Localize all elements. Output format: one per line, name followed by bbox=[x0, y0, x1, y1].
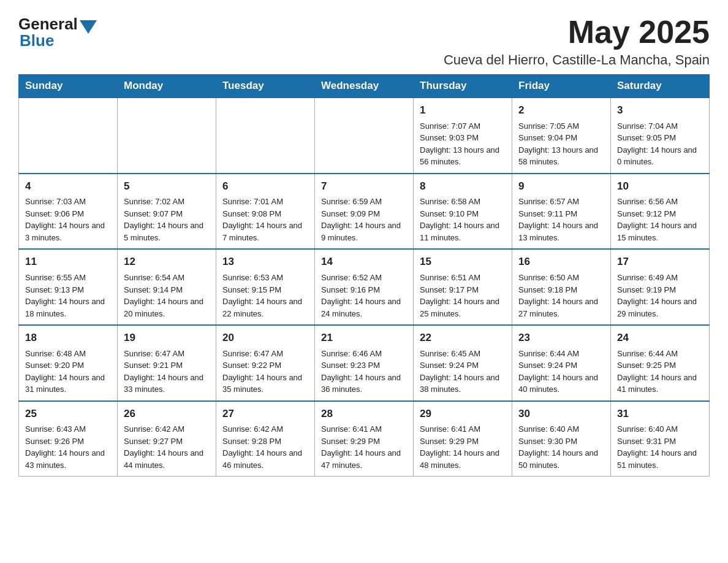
calendar-cell bbox=[315, 98, 414, 174]
day-number: 31 bbox=[617, 407, 703, 422]
day-info: Sunrise: 6:49 AM Sunset: 9:19 PM Dayligh… bbox=[617, 272, 703, 320]
weekday-header-monday: Monday bbox=[118, 75, 216, 98]
day-number: 18 bbox=[25, 331, 111, 346]
day-number: 13 bbox=[222, 255, 308, 270]
day-info: Sunrise: 6:47 AM Sunset: 9:22 PM Dayligh… bbox=[222, 348, 308, 396]
day-number: 21 bbox=[321, 331, 407, 346]
calendar-cell: 16Sunrise: 6:50 AM Sunset: 9:18 PM Dayli… bbox=[512, 249, 611, 325]
calendar-cell: 19Sunrise: 6:47 AM Sunset: 9:21 PM Dayli… bbox=[118, 325, 216, 401]
day-info: Sunrise: 7:03 AM Sunset: 9:06 PM Dayligh… bbox=[25, 196, 111, 243]
calendar-cell: 3Sunrise: 7:04 AM Sunset: 9:05 PM Daylig… bbox=[611, 98, 710, 174]
calendar-week-3: 11Sunrise: 6:55 AM Sunset: 9:13 PM Dayli… bbox=[19, 249, 710, 325]
calendar-cell: 5Sunrise: 7:02 AM Sunset: 9:07 PM Daylig… bbox=[118, 174, 216, 250]
calendar-cell bbox=[216, 98, 315, 174]
calendar-cell: 28Sunrise: 6:41 AM Sunset: 9:29 PM Dayli… bbox=[315, 401, 414, 477]
day-number: 22 bbox=[420, 331, 506, 346]
calendar-cell: 18Sunrise: 6:48 AM Sunset: 9:20 PM Dayli… bbox=[19, 325, 118, 401]
calendar-header-row: SundayMondayTuesdayWednesdayThursdayFrid… bbox=[19, 75, 710, 98]
weekday-header-saturday: Saturday bbox=[611, 75, 710, 98]
calendar-cell: 29Sunrise: 6:41 AM Sunset: 9:29 PM Dayli… bbox=[414, 401, 512, 477]
calendar-cell: 2Sunrise: 7:05 AM Sunset: 9:04 PM Daylig… bbox=[512, 98, 611, 174]
day-number: 24 bbox=[617, 331, 703, 346]
day-number: 14 bbox=[321, 255, 407, 270]
day-info: Sunrise: 6:54 AM Sunset: 9:14 PM Dayligh… bbox=[124, 272, 210, 320]
day-info: Sunrise: 6:52 AM Sunset: 9:16 PM Dayligh… bbox=[321, 272, 407, 320]
weekday-header-thursday: Thursday bbox=[414, 75, 512, 98]
month-year-title: May 2025 bbox=[444, 15, 710, 50]
day-info: Sunrise: 6:44 AM Sunset: 9:24 PM Dayligh… bbox=[518, 348, 604, 396]
day-number: 7 bbox=[321, 179, 407, 194]
day-number: 30 bbox=[518, 407, 604, 422]
calendar-week-4: 18Sunrise: 6:48 AM Sunset: 9:20 PM Dayli… bbox=[19, 325, 710, 401]
day-number: 2 bbox=[518, 103, 604, 118]
calendar-cell: 25Sunrise: 6:43 AM Sunset: 9:26 PM Dayli… bbox=[19, 401, 118, 477]
calendar-cell: 15Sunrise: 6:51 AM Sunset: 9:17 PM Dayli… bbox=[414, 249, 512, 325]
calendar-cell: 13Sunrise: 6:53 AM Sunset: 9:15 PM Dayli… bbox=[216, 249, 315, 325]
calendar-cell: 21Sunrise: 6:46 AM Sunset: 9:23 PM Dayli… bbox=[315, 325, 414, 401]
day-number: 26 bbox=[124, 407, 210, 422]
calendar-cell: 30Sunrise: 6:40 AM Sunset: 9:30 PM Dayli… bbox=[512, 401, 611, 477]
day-info: Sunrise: 6:56 AM Sunset: 9:12 PM Dayligh… bbox=[617, 196, 703, 243]
day-number: 20 bbox=[222, 331, 308, 346]
day-number: 3 bbox=[617, 103, 703, 118]
day-number: 4 bbox=[25, 179, 111, 194]
calendar-cell bbox=[19, 98, 118, 174]
calendar-cell: 12Sunrise: 6:54 AM Sunset: 9:14 PM Dayli… bbox=[118, 249, 216, 325]
day-number: 28 bbox=[321, 407, 407, 422]
calendar-cell: 14Sunrise: 6:52 AM Sunset: 9:16 PM Dayli… bbox=[315, 249, 414, 325]
logo-triangle-icon bbox=[80, 20, 97, 34]
day-info: Sunrise: 6:51 AM Sunset: 9:17 PM Dayligh… bbox=[420, 272, 506, 320]
day-number: 17 bbox=[617, 255, 703, 270]
calendar-cell: 6Sunrise: 7:01 AM Sunset: 9:08 PM Daylig… bbox=[216, 174, 315, 250]
day-number: 25 bbox=[25, 407, 111, 422]
title-area: May 2025 Cueva del Hierro, Castille-La M… bbox=[444, 15, 710, 68]
day-info: Sunrise: 6:40 AM Sunset: 9:30 PM Dayligh… bbox=[518, 423, 604, 471]
day-number: 23 bbox=[518, 331, 604, 346]
day-info: Sunrise: 6:41 AM Sunset: 9:29 PM Dayligh… bbox=[321, 423, 407, 471]
weekday-header-sunday: Sunday bbox=[19, 75, 118, 98]
calendar-cell: 22Sunrise: 6:45 AM Sunset: 9:24 PM Dayli… bbox=[414, 325, 512, 401]
day-info: Sunrise: 6:48 AM Sunset: 9:20 PM Dayligh… bbox=[25, 348, 111, 396]
logo: General Blue bbox=[18, 15, 99, 50]
calendar-week-5: 25Sunrise: 6:43 AM Sunset: 9:26 PM Dayli… bbox=[19, 401, 710, 477]
day-info: Sunrise: 6:47 AM Sunset: 9:21 PM Dayligh… bbox=[124, 348, 210, 396]
weekday-header-wednesday: Wednesday bbox=[315, 75, 414, 98]
day-info: Sunrise: 6:50 AM Sunset: 9:18 PM Dayligh… bbox=[518, 272, 604, 320]
calendar-cell: 31Sunrise: 6:40 AM Sunset: 9:31 PM Dayli… bbox=[611, 401, 710, 477]
calendar-table: SundayMondayTuesdayWednesdayThursdayFrid… bbox=[18, 74, 710, 477]
day-info: Sunrise: 7:07 AM Sunset: 9:03 PM Dayligh… bbox=[420, 120, 506, 168]
day-info: Sunrise: 6:41 AM Sunset: 9:29 PM Dayligh… bbox=[420, 423, 506, 471]
logo-blue-text: Blue bbox=[20, 31, 54, 50]
day-number: 16 bbox=[518, 255, 604, 270]
calendar-cell: 10Sunrise: 6:56 AM Sunset: 9:12 PM Dayli… bbox=[611, 174, 710, 250]
calendar-cell: 7Sunrise: 6:59 AM Sunset: 9:09 PM Daylig… bbox=[315, 174, 414, 250]
day-info: Sunrise: 6:58 AM Sunset: 9:10 PM Dayligh… bbox=[420, 196, 506, 243]
day-info: Sunrise: 6:45 AM Sunset: 9:24 PM Dayligh… bbox=[420, 348, 506, 396]
day-info: Sunrise: 6:43 AM Sunset: 9:26 PM Dayligh… bbox=[25, 423, 111, 471]
day-number: 19 bbox=[124, 331, 210, 346]
day-info: Sunrise: 7:02 AM Sunset: 9:07 PM Dayligh… bbox=[124, 196, 210, 243]
day-number: 8 bbox=[420, 179, 506, 194]
day-info: Sunrise: 6:59 AM Sunset: 9:09 PM Dayligh… bbox=[321, 196, 407, 243]
day-number: 29 bbox=[420, 407, 506, 422]
calendar-cell: 17Sunrise: 6:49 AM Sunset: 9:19 PM Dayli… bbox=[611, 249, 710, 325]
day-number: 27 bbox=[222, 407, 308, 422]
calendar-cell: 4Sunrise: 7:03 AM Sunset: 9:06 PM Daylig… bbox=[19, 174, 118, 250]
calendar-cell: 24Sunrise: 6:44 AM Sunset: 9:25 PM Dayli… bbox=[611, 325, 710, 401]
day-info: Sunrise: 6:40 AM Sunset: 9:31 PM Dayligh… bbox=[617, 423, 703, 471]
day-info: Sunrise: 6:42 AM Sunset: 9:28 PM Dayligh… bbox=[222, 423, 308, 471]
day-number: 12 bbox=[124, 255, 210, 270]
day-info: Sunrise: 6:42 AM Sunset: 9:27 PM Dayligh… bbox=[124, 423, 210, 471]
calendar-cell: 26Sunrise: 6:42 AM Sunset: 9:27 PM Dayli… bbox=[118, 401, 216, 477]
calendar-cell: 9Sunrise: 6:57 AM Sunset: 9:11 PM Daylig… bbox=[512, 174, 611, 250]
day-number: 6 bbox=[222, 179, 308, 194]
day-info: Sunrise: 7:05 AM Sunset: 9:04 PM Dayligh… bbox=[518, 120, 604, 168]
header: General Blue May 2025 Cueva del Hierro, … bbox=[18, 15, 710, 68]
day-info: Sunrise: 6:46 AM Sunset: 9:23 PM Dayligh… bbox=[321, 348, 407, 396]
calendar-cell: 11Sunrise: 6:55 AM Sunset: 9:13 PM Dayli… bbox=[19, 249, 118, 325]
day-info: Sunrise: 7:01 AM Sunset: 9:08 PM Dayligh… bbox=[222, 196, 308, 243]
day-number: 10 bbox=[617, 179, 703, 194]
location-title: Cueva del Hierro, Castille-La Mancha, Sp… bbox=[444, 52, 710, 68]
day-number: 15 bbox=[420, 255, 506, 270]
day-number: 1 bbox=[420, 103, 506, 118]
